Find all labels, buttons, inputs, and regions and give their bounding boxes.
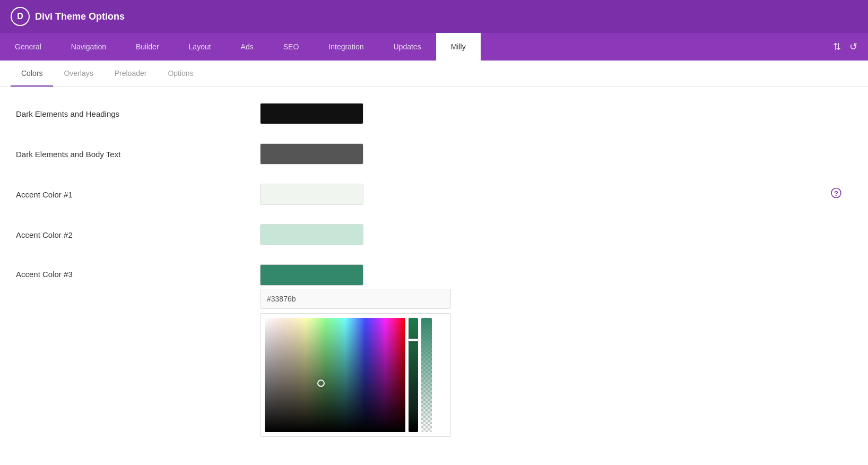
logo-icon: D [11, 7, 30, 26]
color-swatch-accent-1[interactable] [260, 184, 363, 205]
color-gradient-canvas[interactable] [265, 318, 405, 432]
app-header: D Divi Theme Options [0, 0, 868, 33]
color-row-dark-headings: Dark Elements and Headings [16, 103, 852, 124]
color-label-dark-body: Dark Elements and Body Text [16, 150, 260, 159]
tab-milly[interactable]: Milly [436, 33, 481, 61]
sub-tabs: Colors Overlays Preloader Options [0, 61, 868, 87]
color-row-accent-2: Accent Color #2 [16, 224, 852, 245]
color-swatch-dark-body[interactable] [260, 143, 363, 165]
color-swatch-dark-headings[interactable] [260, 103, 363, 124]
tab-layout[interactable]: Layout [174, 33, 226, 61]
subtab-preloader[interactable]: Preloader [104, 61, 158, 87]
color-row-dark-body: Dark Elements and Body Text [16, 143, 852, 165]
tab-integration[interactable]: Integration [314, 33, 378, 61]
gradient-base [265, 318, 405, 432]
tab-updates[interactable]: Updates [378, 33, 436, 61]
subtab-options[interactable]: Options [157, 61, 204, 87]
sort-button[interactable]: ⇅ [833, 41, 841, 53]
hue-slider[interactable] [409, 318, 418, 432]
color-row-accent-1: Accent Color #1 ? [16, 184, 852, 205]
color-picker-box [260, 313, 451, 437]
color-row-accent-3: Accent Color #3 [16, 264, 852, 437]
app-logo: D Divi Theme Options [11, 7, 125, 26]
tab-ads[interactable]: Ads [226, 33, 268, 61]
tab-builder[interactable]: Builder [121, 33, 174, 61]
subtab-colors[interactable]: Colors [11, 61, 53, 87]
svg-text:?: ? [834, 190, 838, 197]
reset-button[interactable]: ↺ [849, 41, 857, 53]
color-label-accent-3: Accent Color #3 [16, 264, 260, 279]
tab-navigation[interactable]: Navigation [56, 33, 121, 61]
tab-seo[interactable]: SEO [268, 33, 314, 61]
alpha-gradient [421, 318, 432, 432]
app-title: Divi Theme Options [35, 11, 125, 22]
nav-tabs: General Navigation Builder Layout Ads SE… [0, 33, 868, 61]
nav-actions: ⇅ ↺ [833, 33, 868, 61]
main-content: Dark Elements and Headings Dark Elements… [0, 87, 868, 465]
tab-general[interactable]: General [0, 33, 56, 61]
gradient-black-layer [265, 318, 405, 432]
color-label-dark-headings: Dark Elements and Headings [16, 109, 260, 118]
alpha-slider[interactable] [421, 318, 432, 432]
color-label-accent-1: Accent Color #1 [16, 190, 260, 199]
color-hex-input[interactable] [260, 289, 451, 309]
color-swatch-accent-3[interactable] [260, 264, 363, 286]
hue-slider-handle [409, 339, 418, 341]
color-swatch-accent-2[interactable] [260, 224, 363, 245]
help-icon[interactable]: ? [831, 188, 841, 201]
color-picker-cursor [317, 380, 325, 387]
subtab-overlays[interactable]: Overlays [53, 61, 103, 87]
color-label-accent-2: Accent Color #2 [16, 230, 260, 239]
